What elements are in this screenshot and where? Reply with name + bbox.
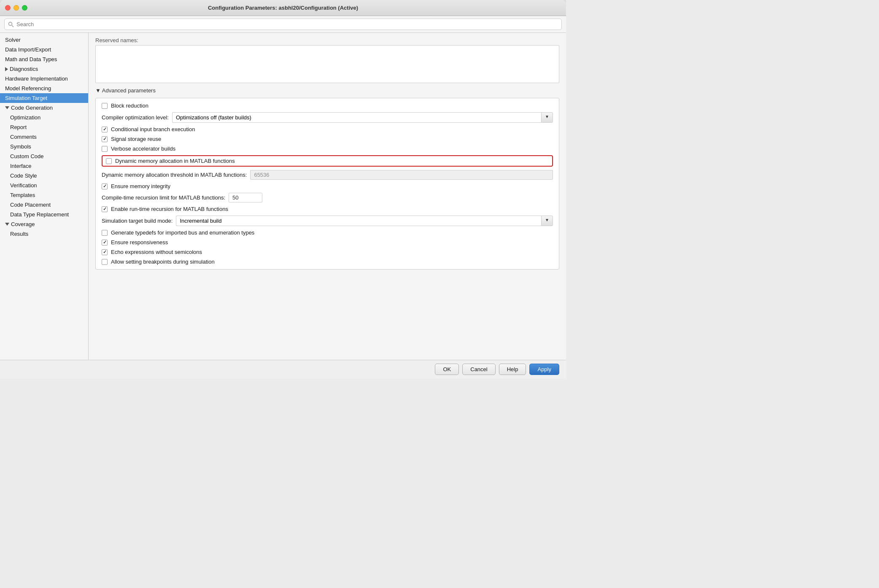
generate-typedefs-label: Generate typedefs for imported bus and e… [111, 229, 254, 236]
sidebar-item-model-referencing[interactable]: Model Referencing [0, 84, 88, 93]
search-bar [0, 16, 566, 33]
sidebar-item-report[interactable]: Report [0, 122, 88, 132]
ok-button[interactable]: OK [435, 364, 459, 375]
compile-time-recursion-row: Compile-time recursion limit for MATLAB … [102, 193, 553, 202]
simulation-target-build-mode-dropdown-container: Incremental build ▼ [176, 216, 553, 226]
sidebar-item-code-placement[interactable]: Code Placement [0, 200, 88, 210]
sidebar-item-templates[interactable]: Templates [0, 190, 88, 200]
block-reduction-checkbox[interactable] [102, 103, 108, 109]
sidebar-item-diagnostics[interactable]: Diagnostics [0, 64, 88, 74]
signal-storage-row: ✓ Signal storage reuse [102, 136, 553, 142]
sidebar-item-data-type-replacement[interactable]: Data Type Replacement [0, 210, 88, 219]
verbose-accelerator-label: Verbose accelerator builds [111, 146, 175, 152]
sidebar-item-interface[interactable]: Interface [0, 161, 88, 171]
code-generation-toggle-icon [5, 106, 9, 109]
enable-runtime-recursion-label: Enable run-time recursion for MATLAB fun… [111, 206, 228, 212]
ensure-memory-integrity-checkbox[interactable]: ✓ [102, 183, 108, 189]
conditional-input-label: Conditional input branch execution [111, 126, 195, 132]
block-reduction-row: Block reduction [102, 102, 553, 109]
simulation-target-build-mode-dropdown-btn[interactable]: ▼ [541, 216, 553, 226]
close-button[interactable] [5, 5, 11, 11]
apply-button[interactable]: Apply [529, 364, 559, 375]
signal-storage-label: Signal storage reuse [111, 136, 161, 142]
cancel-button[interactable]: Cancel [462, 364, 495, 375]
search-input[interactable] [4, 19, 562, 30]
verbose-accelerator-checkbox[interactable] [102, 146, 108, 152]
enable-runtime-recursion-row: ✓ Enable run-time recursion for MATLAB f… [102, 206, 553, 212]
simulation-target-build-mode-row: Simulation target build mode: Incrementa… [102, 216, 553, 226]
echo-expressions-label: Echo expressions without semicolons [111, 249, 202, 255]
sidebar-item-data-import-export[interactable]: Data Import/Export [0, 45, 88, 54]
sidebar-item-math-and-data-types[interactable]: Math and Data Types [0, 54, 88, 64]
sidebar-item-custom-code[interactable]: Custom Code [0, 151, 88, 161]
sidebar-item-coverage[interactable]: Coverage [0, 219, 88, 229]
simulation-target-build-mode-label: Simulation target build mode: [102, 218, 173, 224]
enable-runtime-recursion-checkbox[interactable]: ✓ [102, 206, 108, 212]
allow-breakpoints-label: Allow setting breakpoints during simulat… [111, 259, 215, 265]
params-box: Block reduction Compiler optimization le… [95, 98, 559, 270]
diagnostics-toggle-icon [5, 67, 8, 71]
echo-expressions-checkbox[interactable]: ✓ [102, 249, 108, 255]
minimize-button[interactable] [13, 5, 19, 11]
titlebar: Configuration Parameters: asbhl20/Config… [0, 0, 566, 16]
advanced-parameters-label: ▼ Advanced parameters [95, 87, 156, 94]
sidebar-item-results[interactable]: Results [0, 229, 88, 239]
sidebar-item-hardware-implementation[interactable]: Hardware Implementation [0, 74, 88, 84]
sidebar-item-symbols[interactable]: Symbols [0, 142, 88, 151]
conditional-input-checkbox[interactable]: ✓ [102, 127, 108, 132]
maximize-button[interactable] [22, 5, 27, 11]
allow-breakpoints-row: Allow setting breakpoints during simulat… [102, 259, 553, 265]
compile-time-recursion-label: Compile-time recursion limit for MATLAB … [102, 194, 225, 201]
verbose-accelerator-row: Verbose accelerator builds [102, 146, 553, 152]
dynamic-memory-threshold-row: Dynamic memory allocation threshold in M… [102, 170, 553, 180]
dynamic-memory-allocation-checkbox[interactable] [106, 158, 112, 164]
reserved-names-label: Reserved names: [95, 37, 559, 43]
sidebar-item-optimization[interactable]: Optimization [0, 113, 88, 122]
generate-typedefs-row: Generate typedefs for imported bus and e… [102, 229, 553, 236]
sidebar: Solver Data Import/Export Math and Data … [0, 33, 89, 360]
block-reduction-label: Block reduction [111, 102, 148, 109]
sidebar-item-code-style[interactable]: Code Style [0, 171, 88, 181]
main-content: Solver Data Import/Export Math and Data … [0, 33, 566, 360]
sidebar-item-solver[interactable]: Solver [0, 35, 88, 45]
compiler-optimization-dropdown-btn[interactable]: ▼ [541, 112, 553, 123]
help-button[interactable]: Help [499, 364, 526, 375]
dynamic-memory-threshold-input[interactable] [250, 170, 553, 180]
compiler-optimization-value[interactable]: Optimizations off (faster builds) [172, 112, 541, 123]
compiler-optimization-row: Compiler optimization level: Optimizatio… [102, 112, 553, 123]
traffic-lights [5, 5, 27, 11]
ensure-responsiveness-checkbox[interactable]: ✓ [102, 240, 108, 245]
compiler-optimization-label: Compiler optimization level: [102, 114, 169, 121]
main-window: Configuration Parameters: asbhl20/Config… [0, 0, 566, 378]
coverage-toggle-icon [5, 223, 9, 226]
dynamic-memory-allocation-label: Dynamic memory allocation in MATLAB func… [115, 158, 235, 164]
ensure-responsiveness-label: Ensure responsiveness [111, 239, 168, 245]
compile-time-recursion-input[interactable] [229, 193, 262, 202]
sidebar-item-comments[interactable]: Comments [0, 132, 88, 142]
echo-expressions-row: ✓ Echo expressions without semicolons [102, 249, 553, 255]
advanced-parameters-header[interactable]: ▼ Advanced parameters [95, 87, 559, 94]
sidebar-item-simulation-target[interactable]: Simulation Target [0, 93, 88, 103]
ensure-memory-integrity-row: ✓ Ensure memory integrity [102, 183, 553, 189]
ensure-responsiveness-row: ✓ Ensure responsiveness [102, 239, 553, 245]
window-title: Configuration Parameters: asbhl20/Config… [208, 5, 358, 11]
sidebar-item-verification[interactable]: Verification [0, 181, 88, 190]
dynamic-memory-threshold-label: Dynamic memory allocation threshold in M… [102, 172, 247, 178]
ensure-memory-integrity-label: Ensure memory integrity [111, 183, 170, 189]
generate-typedefs-checkbox[interactable] [102, 230, 108, 236]
signal-storage-checkbox[interactable]: ✓ [102, 136, 108, 142]
conditional-input-row: ✓ Conditional input branch execution [102, 126, 553, 132]
allow-breakpoints-checkbox[interactable] [102, 259, 108, 265]
compiler-optimization-dropdown-container: Optimizations off (faster builds) ▼ [172, 112, 553, 123]
sidebar-item-code-generation[interactable]: Code Generation [0, 103, 88, 113]
dynamic-memory-allocation-row: Dynamic memory allocation in MATLAB func… [102, 155, 553, 167]
simulation-target-build-mode-value[interactable]: Incremental build [176, 216, 541, 226]
content-area: Reserved names: ▼ Advanced parameters Bl… [89, 33, 566, 360]
reserved-names-textbox[interactable] [95, 45, 559, 83]
footer: OK Cancel Help Apply [0, 360, 566, 378]
